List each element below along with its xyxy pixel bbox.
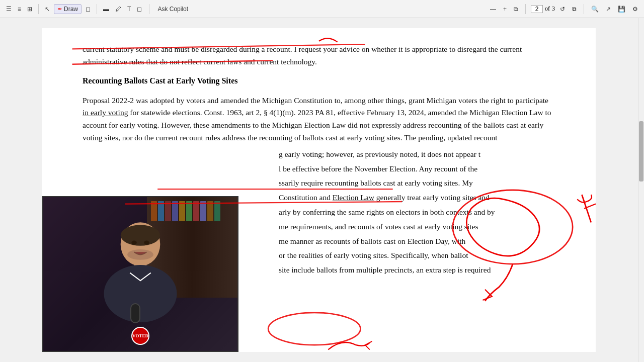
undo-button[interactable]: ☰: [4, 5, 14, 14]
toolbar-left-group: ☰ ≡ ⊞ ↖ ✒ Draw ◻ ▬ 🖊 T ◻: [4, 4, 144, 14]
toolbar: ☰ ≡ ⊞ ↖ ✒ Draw ◻ ▬ 🖊 T ◻: [0, 0, 644, 18]
voted-badge: VOTED: [131, 327, 149, 345]
svg-point-2: [104, 265, 177, 322]
document-page: current statutory scheme and must be dis…: [42, 28, 596, 352]
svg-point-5: [144, 240, 149, 244]
partial-paragraph-1: g early voting; however, as previously n…: [83, 148, 555, 161]
search-icon: 🔍: [591, 6, 599, 13]
page-of-label: of: [545, 5, 550, 13]
video-overlay: VOTED: [42, 196, 238, 352]
document-content: current statutory scheme and must be dis…: [0, 18, 638, 362]
search-button[interactable]: 🔍: [589, 5, 601, 14]
tool-icon-2: ⊞: [27, 6, 32, 13]
share-button[interactable]: ↗: [604, 5, 613, 14]
pen-tool-button[interactable]: 🖊: [113, 5, 123, 14]
microphone: [130, 303, 140, 323]
shape-button[interactable]: ◻: [135, 5, 144, 14]
divider-1: [38, 4, 39, 14]
intro-paragraph: current statutory scheme and must be dis…: [83, 43, 555, 68]
minimize-icon: —: [490, 6, 496, 13]
svg-line-12: [582, 195, 591, 222]
eraser-button[interactable]: ◻: [84, 5, 93, 14]
back-button[interactable]: ↺: [558, 5, 567, 14]
divider-2: [97, 4, 97, 14]
divider-4: [525, 4, 526, 14]
scrollbar[interactable]: [638, 18, 644, 362]
view-icon: ⧉: [572, 6, 577, 13]
view-button[interactable]: ⧉: [570, 5, 579, 14]
draw-button[interactable]: ✒ Draw: [54, 4, 82, 14]
settings-icon: ⚙: [632, 6, 638, 13]
add-tab-button[interactable]: +: [501, 5, 509, 14]
highlighter-button[interactable]: ▬: [101, 5, 111, 14]
eraser-icon: ◻: [86, 6, 91, 13]
restore-icon: ⧉: [514, 6, 518, 13]
svg-point-6: [127, 249, 153, 260]
svg-point-3: [121, 225, 160, 245]
scrollbar-thumb[interactable]: [639, 121, 643, 182]
main-paragraph: Proposal 2022-2 was adopted by voters an…: [83, 95, 555, 144]
cursor-button[interactable]: ↖: [43, 5, 52, 14]
settings-button[interactable]: ⚙: [630, 5, 640, 14]
section-heading: Recounting Ballots Cast at Early Voting …: [83, 76, 555, 85]
partial-paragraph-2: l be effective before the November Elect…: [83, 163, 555, 175]
copilot-label: Ask Copilot: [157, 6, 188, 13]
document-area: current statutory scheme and must be dis…: [0, 18, 644, 362]
underline-early-voting: in early voting: [83, 108, 128, 117]
highlighter-icon: ▬: [103, 6, 109, 13]
ask-copilot-button[interactable]: Ask Copilot: [154, 5, 191, 14]
draw-label: Draw: [64, 6, 78, 13]
shape-icon: ◻: [137, 6, 142, 13]
text-icon: T: [127, 6, 131, 13]
partial-paragraph-3: ssarily require recounting ballots cast …: [83, 177, 555, 190]
save-button[interactable]: 💾: [616, 5, 627, 14]
undo-icon: ☰: [6, 6, 12, 13]
tool-button-2[interactable]: ⊞: [25, 5, 34, 14]
cursor-icon: ↖: [45, 6, 50, 13]
divider-5: [584, 4, 584, 14]
tool-icon-1: ≡: [18, 6, 21, 13]
svg-point-14: [268, 313, 360, 345]
svg-line-13: [584, 204, 596, 209]
video-person: VOTED: [43, 197, 237, 351]
share-icon: ↗: [606, 6, 611, 13]
restore-button[interactable]: ⧉: [512, 5, 520, 14]
text-button[interactable]: T: [125, 5, 133, 14]
back-icon: ↺: [560, 6, 565, 13]
draw-pen-icon: ✒: [57, 6, 62, 13]
divider-3: [149, 4, 149, 14]
add-tab-icon: +: [503, 6, 507, 13]
voted-text: VOTED: [132, 333, 148, 338]
page-navigation: 2 of 3: [531, 5, 555, 13]
save-icon: 💾: [618, 6, 625, 13]
minimize-button[interactable]: —: [488, 5, 498, 14]
tool-button-1[interactable]: ≡: [16, 5, 23, 14]
heading-text: Recounting Ballots Cast at Early Voting …: [83, 76, 237, 85]
pen-tool-icon: 🖊: [115, 6, 121, 13]
page-total: 3: [552, 5, 555, 13]
svg-point-4: [131, 240, 136, 244]
underline-election-law: Election Law: [333, 193, 374, 202]
intro-text: current statutory scheme and must be dis…: [83, 45, 522, 66]
page-number-input[interactable]: 2: [531, 5, 543, 13]
